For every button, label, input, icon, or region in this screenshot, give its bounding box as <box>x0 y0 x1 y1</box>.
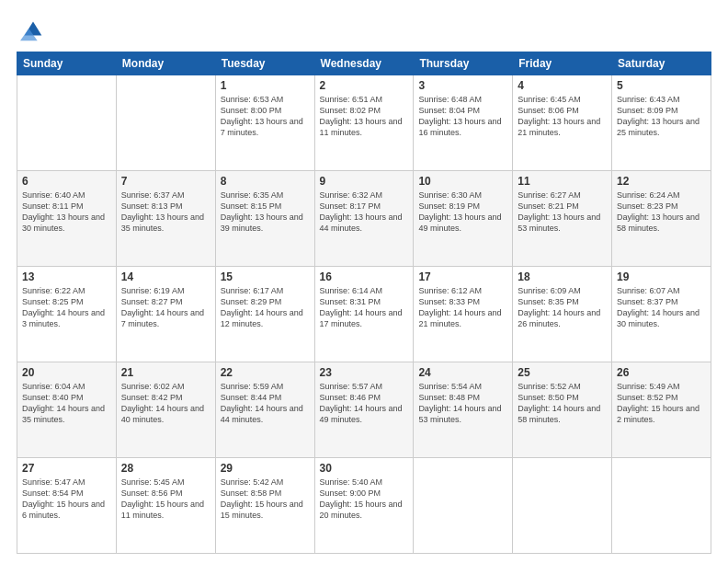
calendar-cell: 8Sunrise: 6:35 AM Sunset: 8:15 PM Daylig… <box>215 171 314 267</box>
day-info: Sunrise: 6:04 AM Sunset: 8:40 PM Dayligh… <box>22 381 111 426</box>
calendar-cell: 21Sunrise: 6:02 AM Sunset: 8:42 PM Dayli… <box>116 362 215 458</box>
calendar-cell: 3Sunrise: 6:48 AM Sunset: 8:04 PM Daylig… <box>414 75 513 171</box>
day-number: 9 <box>320 175 409 188</box>
calendar-week-row: 13Sunrise: 6:22 AM Sunset: 8:25 PM Dayli… <box>17 267 711 362</box>
day-info: Sunrise: 5:47 AM Sunset: 8:54 PM Dayligh… <box>22 477 111 522</box>
day-info: Sunrise: 6:12 AM Sunset: 8:33 PM Dayligh… <box>418 285 507 330</box>
day-number: 16 <box>320 270 409 283</box>
calendar-header-saturday: Saturday <box>612 52 711 75</box>
day-number: 29 <box>221 462 310 475</box>
calendar-header-wednesday: Wednesday <box>314 52 414 75</box>
day-number: 11 <box>518 175 607 188</box>
calendar-cell: 14Sunrise: 6:19 AM Sunset: 8:27 PM Dayli… <box>116 267 215 362</box>
day-number: 17 <box>418 270 507 283</box>
day-number: 21 <box>121 366 210 379</box>
calendar-header-thursday: Thursday <box>414 52 513 75</box>
day-number: 4 <box>518 79 607 92</box>
calendar-week-row: 1Sunrise: 6:53 AM Sunset: 8:00 PM Daylig… <box>17 75 711 171</box>
day-number: 18 <box>518 270 607 283</box>
calendar-cell: 16Sunrise: 6:14 AM Sunset: 8:31 PM Dayli… <box>314 267 414 362</box>
calendar-cell: 9Sunrise: 6:32 AM Sunset: 8:17 PM Daylig… <box>314 171 414 267</box>
day-number: 20 <box>22 366 111 379</box>
day-number: 25 <box>518 366 607 379</box>
calendar-cell: 7Sunrise: 6:37 AM Sunset: 8:13 PM Daylig… <box>116 171 215 267</box>
calendar-cell: 13Sunrise: 6:22 AM Sunset: 8:25 PM Dayli… <box>17 267 117 362</box>
day-number: 28 <box>121 462 210 475</box>
day-number: 22 <box>221 366 310 379</box>
calendar-cell: 17Sunrise: 6:12 AM Sunset: 8:33 PM Dayli… <box>414 267 513 362</box>
calendar-cell: 29Sunrise: 5:42 AM Sunset: 8:58 PM Dayli… <box>215 458 314 554</box>
calendar-cell <box>17 75 117 171</box>
day-info: Sunrise: 6:14 AM Sunset: 8:31 PM Dayligh… <box>320 285 409 330</box>
calendar-table: SundayMondayTuesdayWednesdayThursdayFrid… <box>17 52 711 554</box>
calendar-header-monday: Monday <box>116 52 215 75</box>
calendar-cell: 28Sunrise: 5:45 AM Sunset: 8:56 PM Dayli… <box>116 458 215 554</box>
day-info: Sunrise: 6:43 AM Sunset: 8:09 PM Dayligh… <box>617 94 706 139</box>
header <box>17 17 711 42</box>
calendar-cell: 18Sunrise: 6:09 AM Sunset: 8:35 PM Dayli… <box>513 267 612 362</box>
day-number: 26 <box>617 366 706 379</box>
logo <box>17 17 46 42</box>
day-info: Sunrise: 6:07 AM Sunset: 8:37 PM Dayligh… <box>617 285 706 330</box>
calendar-cell <box>513 458 612 554</box>
day-info: Sunrise: 6:45 AM Sunset: 8:06 PM Dayligh… <box>518 94 607 139</box>
day-number: 6 <box>22 175 111 188</box>
day-number: 27 <box>22 462 111 475</box>
day-number: 15 <box>221 270 310 283</box>
day-info: Sunrise: 5:52 AM Sunset: 8:50 PM Dayligh… <box>518 381 607 426</box>
calendar-cell: 10Sunrise: 6:30 AM Sunset: 8:19 PM Dayli… <box>414 171 513 267</box>
day-number: 24 <box>418 366 507 379</box>
calendar-week-row: 27Sunrise: 5:47 AM Sunset: 8:54 PM Dayli… <box>17 458 711 554</box>
day-info: Sunrise: 6:02 AM Sunset: 8:42 PM Dayligh… <box>121 381 210 426</box>
day-info: Sunrise: 6:22 AM Sunset: 8:25 PM Dayligh… <box>22 285 111 330</box>
day-info: Sunrise: 6:19 AM Sunset: 8:27 PM Dayligh… <box>121 285 210 330</box>
page: SundayMondayTuesdayWednesdayThursdayFrid… <box>0 0 728 563</box>
calendar-header-tuesday: Tuesday <box>215 52 314 75</box>
day-number: 23 <box>320 366 409 379</box>
calendar-cell: 1Sunrise: 6:53 AM Sunset: 8:00 PM Daylig… <box>215 75 314 171</box>
calendar-cell: 20Sunrise: 6:04 AM Sunset: 8:40 PM Dayli… <box>17 362 117 458</box>
day-number: 30 <box>320 462 409 475</box>
day-info: Sunrise: 5:54 AM Sunset: 8:48 PM Dayligh… <box>418 381 507 426</box>
calendar-cell: 12Sunrise: 6:24 AM Sunset: 8:23 PM Dayli… <box>612 171 711 267</box>
calendar-header-sunday: Sunday <box>17 52 117 75</box>
day-info: Sunrise: 6:51 AM Sunset: 8:02 PM Dayligh… <box>320 94 409 139</box>
logo-icon <box>20 17 46 42</box>
day-number: 14 <box>121 270 210 283</box>
day-info: Sunrise: 6:30 AM Sunset: 8:19 PM Dayligh… <box>418 190 507 235</box>
day-number: 2 <box>320 79 409 92</box>
day-info: Sunrise: 6:40 AM Sunset: 8:11 PM Dayligh… <box>22 190 111 235</box>
calendar-cell <box>116 75 215 171</box>
calendar-cell: 26Sunrise: 5:49 AM Sunset: 8:52 PM Dayli… <box>612 362 711 458</box>
calendar-cell: 22Sunrise: 5:59 AM Sunset: 8:44 PM Dayli… <box>215 362 314 458</box>
calendar-cell: 25Sunrise: 5:52 AM Sunset: 8:50 PM Dayli… <box>513 362 612 458</box>
calendar-cell: 24Sunrise: 5:54 AM Sunset: 8:48 PM Dayli… <box>414 362 513 458</box>
calendar-cell <box>612 458 711 554</box>
day-info: Sunrise: 6:09 AM Sunset: 8:35 PM Dayligh… <box>518 285 607 330</box>
day-number: 7 <box>121 175 210 188</box>
day-info: Sunrise: 6:24 AM Sunset: 8:23 PM Dayligh… <box>617 190 706 235</box>
day-info: Sunrise: 5:42 AM Sunset: 8:58 PM Dayligh… <box>221 477 310 522</box>
calendar-cell: 19Sunrise: 6:07 AM Sunset: 8:37 PM Dayli… <box>612 267 711 362</box>
day-number: 8 <box>221 175 310 188</box>
calendar-week-row: 20Sunrise: 6:04 AM Sunset: 8:40 PM Dayli… <box>17 362 711 458</box>
day-info: Sunrise: 5:59 AM Sunset: 8:44 PM Dayligh… <box>221 381 310 426</box>
calendar-cell: 27Sunrise: 5:47 AM Sunset: 8:54 PM Dayli… <box>17 458 117 554</box>
calendar-cell: 15Sunrise: 6:17 AM Sunset: 8:29 PM Dayli… <box>215 267 314 362</box>
calendar-cell: 30Sunrise: 5:40 AM Sunset: 9:00 PM Dayli… <box>314 458 414 554</box>
day-info: Sunrise: 6:48 AM Sunset: 8:04 PM Dayligh… <box>418 94 507 139</box>
calendar-cell: 11Sunrise: 6:27 AM Sunset: 8:21 PM Dayli… <box>513 171 612 267</box>
day-info: Sunrise: 5:45 AM Sunset: 8:56 PM Dayligh… <box>121 477 210 522</box>
day-info: Sunrise: 5:40 AM Sunset: 9:00 PM Dayligh… <box>320 477 409 522</box>
day-number: 5 <box>617 79 706 92</box>
day-number: 10 <box>418 175 507 188</box>
day-info: Sunrise: 6:32 AM Sunset: 8:17 PM Dayligh… <box>320 190 409 235</box>
calendar-cell: 5Sunrise: 6:43 AM Sunset: 8:09 PM Daylig… <box>612 75 711 171</box>
day-info: Sunrise: 5:49 AM Sunset: 8:52 PM Dayligh… <box>617 381 706 426</box>
day-info: Sunrise: 5:57 AM Sunset: 8:46 PM Dayligh… <box>320 381 409 426</box>
calendar-week-row: 6Sunrise: 6:40 AM Sunset: 8:11 PM Daylig… <box>17 171 711 267</box>
day-info: Sunrise: 6:17 AM Sunset: 8:29 PM Dayligh… <box>221 285 310 330</box>
day-info: Sunrise: 6:53 AM Sunset: 8:00 PM Dayligh… <box>221 94 310 139</box>
day-number: 3 <box>418 79 507 92</box>
calendar-header-friday: Friday <box>513 52 612 75</box>
